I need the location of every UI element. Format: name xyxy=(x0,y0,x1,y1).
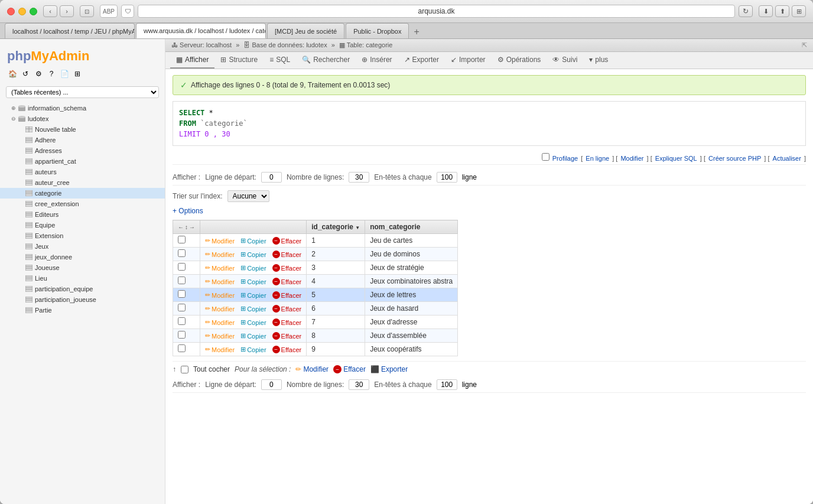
forward-button[interactable]: › xyxy=(60,5,74,17)
tab-exporter[interactable]: ↗ Exporter xyxy=(398,52,445,69)
effacer-link[interactable]: − Effacer xyxy=(272,346,302,353)
settings-icon[interactable]: ⚙ xyxy=(33,69,44,79)
row-checkbox[interactable] xyxy=(178,236,186,243)
breadcrumb-table[interactable]: Table: categorie xyxy=(347,41,393,48)
sidebar-item-participation-equipe[interactable]: participation_equipe xyxy=(0,284,165,294)
profilage-checkbox[interactable] xyxy=(542,153,549,161)
reload-button[interactable]: ↻ xyxy=(739,5,753,17)
tab-plus[interactable]: ▾ plus xyxy=(583,52,614,69)
share-button[interactable]: ⬆ xyxy=(775,5,789,17)
effacer-link[interactable]: − Effacer xyxy=(272,264,302,272)
sidebar-item-equipe[interactable]: Equipe xyxy=(0,220,165,230)
modifier-link[interactable]: ✏ Modifier xyxy=(205,332,235,340)
sort-up-icon[interactable]: ↕ xyxy=(185,224,188,230)
nombre-lignes-input[interactable] xyxy=(349,172,369,183)
tab-afficher[interactable]: ▦ Afficher xyxy=(170,52,214,69)
creer-source-link[interactable]: Créer source PHP xyxy=(708,155,761,162)
collapse-icon[interactable]: ⇱ xyxy=(802,41,807,49)
nombre-lignes-input-b[interactable] xyxy=(349,379,369,390)
sidebar-item-nouvelle-table[interactable]: Nouvelle table xyxy=(0,124,165,135)
ligne-depart-input[interactable] xyxy=(261,172,282,183)
exporter-selection-button[interactable]: ⬛ Exporter xyxy=(370,365,408,373)
sidebar-item-extension[interactable]: Extension xyxy=(0,230,165,241)
copier-link[interactable]: ⊞ Copier xyxy=(240,251,266,258)
modifier-link[interactable]: ✏ Modifier xyxy=(205,318,235,326)
modifier-link[interactable]: ✏ Modifier xyxy=(205,237,235,245)
collapse-icon[interactable]: ⊖ xyxy=(9,115,18,123)
sidebar-item-auteur-cree[interactable]: auteur_cree xyxy=(0,177,165,188)
row-checkbox[interactable] xyxy=(178,344,186,352)
docs-icon[interactable]: 📄 xyxy=(59,69,70,79)
copier-link[interactable]: ⊞ Copier xyxy=(240,264,266,272)
copier-link[interactable]: ⊞ Copier xyxy=(240,305,266,313)
sidebar-item-appartient-cat[interactable]: appartient_cat xyxy=(0,156,165,167)
expand-icon[interactable]: ⊕ xyxy=(9,104,18,112)
effacer-link[interactable]: − Effacer xyxy=(272,251,302,258)
arrow-right-icon[interactable]: → xyxy=(189,224,195,230)
tab-sql[interactable]: ≡ SQL xyxy=(264,52,296,69)
sidebar-item-ludotex[interactable]: ⊖ ludotex xyxy=(0,113,165,124)
sidebar-item-adhere[interactable]: Adhere xyxy=(0,135,165,145)
sidebar-item-lieu[interactable]: Lieu xyxy=(0,273,165,284)
modifier-link[interactable]: ✏ Modifier xyxy=(205,251,235,258)
sidebar-item-cree-extension[interactable]: cree_extension xyxy=(0,199,165,209)
db-selector[interactable]: (Tables récentes) ... xyxy=(6,86,159,98)
ligne-depart-input-b[interactable] xyxy=(261,379,282,390)
sidebar-item-participation-joueuse[interactable]: participation_joueuse xyxy=(0,294,165,305)
tab-operations[interactable]: ⚙ Opérations xyxy=(492,52,547,69)
maximize-button[interactable] xyxy=(30,8,37,15)
tab-0[interactable]: localhost / localhost / temp / JEU / php… xyxy=(5,23,135,38)
sidebar-item-categorie[interactable]: categorie xyxy=(0,188,165,199)
row-checkbox[interactable] xyxy=(178,317,186,325)
expliquer-link[interactable]: Expliquer SQL xyxy=(655,155,697,162)
row-checkbox[interactable] xyxy=(178,331,186,339)
modifier-query-link[interactable]: Modifier xyxy=(620,155,643,162)
tab-rechercher[interactable]: 🔍 Rechercher xyxy=(296,52,356,69)
profilage-link[interactable]: Profilage xyxy=(552,155,578,162)
options-link[interactable]: + Options xyxy=(173,207,203,215)
help-icon[interactable]: ? xyxy=(46,69,57,79)
sidebar-item-adresses[interactable]: Adresses xyxy=(0,145,165,156)
tab-suivi[interactable]: 👁 Suivi xyxy=(547,52,583,69)
tab-3[interactable]: Public - Dropbox xyxy=(346,23,409,38)
modifier-link[interactable]: ✏ Modifier xyxy=(205,346,235,353)
modifier-link[interactable]: ✏ Modifier xyxy=(205,264,235,272)
sidebar-item-jeux[interactable]: Jeux xyxy=(0,241,165,252)
effacer-link[interactable]: − Effacer xyxy=(272,237,302,245)
sidebar-item-information-schema[interactable]: ⊕ information_schema xyxy=(0,103,165,113)
breadcrumb-db[interactable]: Base de données: ludotex xyxy=(252,41,327,48)
entetes-input-b[interactable] xyxy=(437,379,457,390)
sort-index-select[interactable]: Aucune xyxy=(227,190,269,202)
effacer-link[interactable]: − Effacer xyxy=(272,318,302,326)
minimize-button[interactable] xyxy=(18,8,26,15)
modifier-link[interactable]: ✏ Modifier xyxy=(205,278,235,285)
copier-link[interactable]: ⊞ Copier xyxy=(240,346,266,353)
tab-inserer[interactable]: ⊕ Insérer xyxy=(356,52,398,69)
th-nom-categorie[interactable]: nom_categorie xyxy=(365,220,458,234)
copier-link[interactable]: ⊞ Copier xyxy=(240,318,266,326)
new-tab-button[interactable]: + xyxy=(410,27,422,37)
modifier-link[interactable]: ✏ Modifier xyxy=(205,291,235,299)
breadcrumb-server[interactable]: Serveur: localhost xyxy=(180,41,232,48)
address-bar[interactable]: arquusia.dk xyxy=(138,5,735,18)
row-checkbox[interactable] xyxy=(178,249,186,257)
copier-link[interactable]: ⊞ Copier xyxy=(240,291,266,299)
arrow-left-icon[interactable]: ← xyxy=(178,224,184,230)
tout-cocher-checkbox[interactable] xyxy=(181,366,188,373)
modifier-link[interactable]: ✏ Modifier xyxy=(205,305,235,313)
effacer-link[interactable]: − Effacer xyxy=(272,278,302,285)
th-id-categorie[interactable]: id_categorie ▼ xyxy=(307,220,365,234)
copier-link[interactable]: ⊞ Copier xyxy=(240,332,266,340)
copier-link[interactable]: ⊞ Copier xyxy=(240,237,266,245)
sidebar-item-joueuse[interactable]: Joueuse xyxy=(0,262,165,273)
copier-link[interactable]: ⊞ Copier xyxy=(240,278,266,285)
sidebar-item-jeux-donnee[interactable]: jeux_donnee xyxy=(0,252,165,262)
actualiser-link[interactable]: Actualiser xyxy=(773,155,801,162)
entetes-input[interactable] xyxy=(437,172,457,183)
tab-structure[interactable]: ⊞ Structure xyxy=(214,52,264,69)
extensions-button[interactable]: ABP xyxy=(100,5,118,18)
effacer-link[interactable]: − Effacer xyxy=(272,291,302,299)
row-checkbox[interactable] xyxy=(178,277,186,284)
back-button[interactable]: ‹ xyxy=(43,5,57,17)
tab-1[interactable]: www.arquusia.dk / localhost / ludotex / … xyxy=(136,23,266,38)
